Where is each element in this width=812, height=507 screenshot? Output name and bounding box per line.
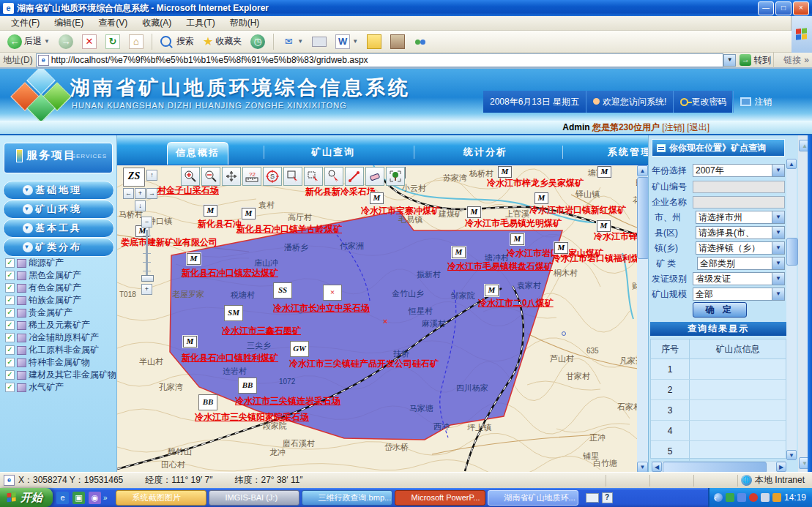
sidebar-section-mine-environment[interactable]: ▼矿山环境 — [3, 200, 114, 219]
logout-text-link[interactable]: [注销] — [662, 122, 685, 132]
tray-icon-update[interactable] — [772, 493, 781, 502]
result-row[interactable]: 1 — [651, 359, 786, 380]
exit-text-link[interactable]: [退出] — [687, 122, 709, 132]
scroll-thumb[interactable] — [637, 177, 648, 259]
symbol-marker[interactable]: SS — [273, 282, 292, 298]
mine-label[interactable]: 娄底市建新矿业有限公司 — [121, 238, 217, 247]
scroll-down-icon[interactable]: ▼ — [637, 462, 648, 473]
back-button[interactable]: ←后退▼ — [4, 34, 53, 50]
mine-marker-m[interactable]: M — [485, 285, 499, 296]
mine-marker-m[interactable]: M — [204, 205, 217, 217]
mine-marker-m[interactable]: M — [452, 247, 466, 258]
menu-favorites[interactable]: 收藏(A) — [135, 15, 178, 31]
menu-help[interactable]: 帮助(H) — [223, 15, 267, 31]
full-extent-tool[interactable]: S — [263, 167, 282, 186]
layer-checkbox[interactable]: ✓ — [5, 271, 15, 280]
layer-checkbox[interactable]: ✓ — [5, 383, 15, 392]
quicklaunch-ie-icon[interactable]: e — [56, 492, 69, 504]
tray-icon-display[interactable] — [761, 493, 770, 502]
menu-tools[interactable]: 工具(T) — [179, 15, 221, 31]
symbol-marker[interactable]: × — [323, 285, 342, 301]
rect-select-tool[interactable] — [283, 167, 302, 186]
mine-marker-m[interactable]: M — [554, 242, 568, 254]
links-label[interactable]: 链接 — [783, 54, 801, 67]
mine-label[interactable]: 冷水江市长冲立中采石场 — [273, 304, 370, 313]
panel-hscrollbar[interactable]: ◀ ▶ — [652, 462, 786, 472]
legend-tree-tool[interactable] — [386, 167, 405, 186]
mine-label[interactable]: 新化县石冲口镇宏达煤矿 — [182, 268, 278, 278]
year-select[interactable]: 2007年▼ — [693, 164, 785, 177]
mine-label[interactable]: 冷水江市岩口镇新红煤矿 — [529, 206, 626, 215]
scroll-down-icon[interactable]: ▼ — [786, 450, 797, 460]
symbol-marker[interactable]: BB — [238, 378, 257, 394]
keyboard-icon[interactable] — [586, 493, 599, 503]
notes-button[interactable] — [364, 34, 384, 50]
mine-marker-m[interactable]: M — [510, 233, 524, 245]
task-button[interactable]: Microsoft PowerP... — [395, 490, 485, 506]
menu-file[interactable]: 文件(F) — [4, 15, 46, 31]
mine-label[interactable]: 冷水江市三尖镇阳家院采石场 — [195, 413, 309, 422]
task-button[interactable]: 湖南省矿山地质环... — [488, 490, 578, 506]
marker-up-button[interactable]: ↑ — [146, 170, 157, 181]
result-row[interactable]: 3 — [651, 400, 786, 421]
maximize-button[interactable]: □ — [775, 1, 791, 15]
result-row[interactable]: 5 — [651, 441, 786, 462]
tab-info-overview[interactable]: 信息概括 — [167, 142, 228, 165]
mail-button[interactable]: ✉▼ — [279, 34, 306, 49]
quicklaunch-desktop-icon[interactable]: ▣ — [72, 492, 85, 504]
zoom-plus-button[interactable]: + — [141, 284, 152, 295]
mine-label[interactable]: 冷水江市宝寨冲煤矿 — [361, 206, 440, 216]
zoom-in-tool[interactable] — [181, 167, 200, 186]
chevron-down-icon[interactable]: ▼ — [772, 273, 784, 285]
stop-button[interactable]: ✕ — [79, 34, 100, 50]
mine-scale-select[interactable]: 全部▼ — [693, 288, 785, 301]
measure-distance-tool[interactable]: ?2 — [242, 167, 261, 186]
history-button[interactable]: ◷ — [247, 34, 268, 50]
scroll-right-icon[interactable]: ▶ — [776, 462, 786, 472]
mine-marker-m[interactable]: M — [467, 206, 481, 218]
layer-checkbox[interactable]: ✓ — [5, 358, 15, 367]
tray-icon-blue[interactable] — [737, 493, 746, 502]
mine-marker-m[interactable]: M — [498, 166, 512, 178]
mine-marker-m[interactable]: M — [597, 220, 611, 232]
task-button[interactable]: IMGIS-BAI (J:) — [209, 490, 299, 506]
measure-line-tool[interactable] — [345, 167, 364, 186]
help-tray-icon[interactable]: ? — [602, 492, 613, 503]
search-button[interactable]: 搜索 — [157, 34, 197, 48]
scroll-up-icon[interactable]: ▲ — [637, 165, 648, 176]
layer-checkbox[interactable]: ✓ — [5, 345, 15, 355]
symbol-marker[interactable]: GW — [290, 341, 309, 357]
town-select[interactable]: 请选择镇（乡）▼ — [696, 241, 785, 255]
refresh-button[interactable]: ↻ — [103, 34, 123, 50]
chevron-down-icon[interactable]: ▼ — [772, 227, 784, 239]
messenger-button[interactable] — [411, 34, 430, 49]
address-dropdown-icon[interactable]: ▼ — [723, 54, 736, 67]
symbol-marker[interactable]: BB — [198, 394, 217, 410]
result-row[interactable]: 2 — [651, 380, 786, 400]
mine-label[interactable]: 新化县石冲口镇羊古岭煤矿 — [236, 225, 342, 234]
panel-vscrollbar[interactable]: ▲ ▼ — [786, 159, 797, 460]
layer-checkbox[interactable]: ✓ — [5, 320, 15, 330]
menu-view[interactable]: 查看(V) — [92, 15, 134, 31]
mineral-type-select[interactable]: 全部类别▼ — [697, 257, 785, 270]
change-password-link[interactable]: 更改密码 — [673, 91, 733, 113]
layer-checkbox[interactable]: ✓ — [5, 258, 15, 268]
symbol-marker[interactable]: SM — [224, 305, 243, 321]
zoom-minus-button[interactable]: − — [141, 217, 152, 228]
go-button[interactable]: →转到 — [740, 54, 771, 67]
mine-marker-m[interactable]: M — [597, 166, 611, 178]
tray-icon-shield[interactable] — [749, 493, 758, 502]
mine-label[interactable]: 新化县石冲口镇胜利煤矿 — [182, 353, 278, 363]
sidebar-section-mineral-distribution[interactable]: ▼矿类分布 — [3, 238, 114, 257]
print-button[interactable] — [309, 36, 329, 48]
mine-label[interactable]: 冷水江市三尖镇硅产品开发公司硅石矿 — [289, 359, 439, 369]
map-vscrollbar[interactable]: ▲ ▼ — [637, 165, 648, 473]
pan-down-button[interactable]: ↓ — [135, 200, 146, 211]
mine-marker-m[interactable]: M — [187, 253, 201, 265]
tray-collapse-icon[interactable]: ‹ — [714, 493, 723, 502]
address-input[interactable]: e http://localhost/%e7%9f%bf%e5%b1%b1%e5… — [36, 53, 724, 67]
mine-label[interactable]: 冷水江市二0八煤矿 — [478, 298, 554, 308]
close-button[interactable]: × — [793, 1, 809, 15]
mine-label[interactable]: 冷水江市毛易镇光明煤矿 — [465, 219, 562, 228]
mine-marker-m[interactable]: M — [183, 336, 197, 348]
